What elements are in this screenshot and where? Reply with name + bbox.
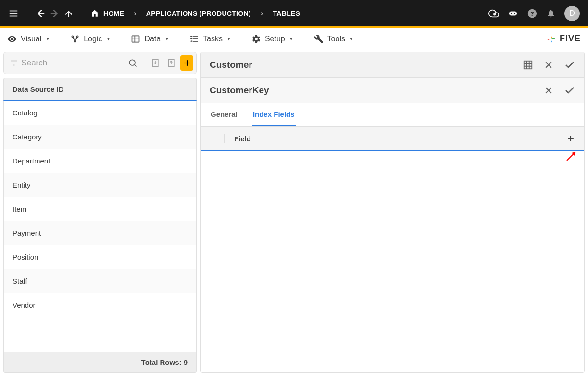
menu-tasks[interactable]: Tasks ▼ [189,34,231,44]
menu-logic[interactable]: Logic ▼ [70,34,111,44]
forward-icon [50,8,60,19]
close-icon[interactable] [544,60,553,70]
caret-down-icon: ▼ [45,36,50,41]
list-item[interactable]: Category [4,125,196,149]
list-item[interactable]: Catalog [4,101,196,125]
left-panel: Data Source ID CatalogCategoryDepartment… [3,50,197,373]
menu-tools[interactable]: Tools ▼ [314,34,354,44]
svg-marker-25 [547,39,551,40]
list-header[interactable]: Data Source ID [3,78,197,101]
close-icon[interactable] [544,86,553,95]
svg-line-46 [567,152,575,161]
list-body: CatalogCategoryDepartmentEntityItemPayme… [3,101,197,352]
menu-icon[interactable] [8,8,19,19]
field-table-header: Field [201,127,584,151]
search-icon[interactable] [126,55,139,71]
brand-text: FIVE [560,34,581,44]
search-input[interactable] [21,58,123,68]
chevron-right-icon: › [261,9,263,18]
breadcrumb-label: APPLICATIONS (PRODUCTION) [146,10,251,17]
menu-label: Data [144,35,161,43]
svg-marker-23 [551,38,555,39]
up-icon[interactable] [64,9,74,18]
add-button[interactable] [180,55,193,71]
upload-icon[interactable] [165,55,178,71]
menu-label: Tasks [203,35,223,43]
svg-text:?: ? [530,10,534,17]
breadcrumb-tables[interactable]: TABLES [273,10,300,17]
detail-tabs: General Index Fields [201,103,584,127]
list-item[interactable]: Department [4,149,196,173]
svg-point-14 [77,36,78,37]
chevron-right-icon: › [134,9,137,18]
check-icon[interactable] [564,85,575,96]
divider [224,134,225,143]
menu-visual[interactable]: Visual ▼ [7,34,50,44]
help-icon[interactable]: ? [527,8,538,19]
tab-general[interactable]: General [210,103,238,126]
breadcrumb-label: HOME [103,10,124,17]
detail-subtitle: CustomerKey [210,85,269,96]
svg-point-8 [511,13,512,14]
breadcrumb-label: TABLES [273,10,300,17]
menu-data[interactable]: Data ▼ [131,34,169,44]
bell-icon[interactable] [546,9,556,18]
svg-point-29 [129,60,135,65]
svg-line-30 [135,65,137,67]
svg-marker-24 [551,39,552,43]
avatar[interactable]: D [564,6,580,21]
svg-point-15 [75,40,76,42]
detail-subheader: CustomerKey [201,78,584,103]
list-item[interactable]: Position [4,245,196,269]
list-item[interactable]: Payment [4,221,196,245]
svg-point-6 [494,13,496,15]
list-footer: Total Rows: 9 [3,352,197,373]
field-column-label: Field [234,135,251,143]
top-navbar: HOME › APPLICATIONS (PRODUCTION) › TABLE… [0,0,588,26]
caret-down-icon: ▼ [164,36,169,41]
check-icon[interactable] [564,59,575,71]
svg-marker-22 [551,35,552,39]
tab-label: General [211,110,238,118]
caret-down-icon: ▼ [349,36,354,41]
main-area: Data Source ID CatalogCategoryDepartment… [0,50,588,376]
right-panel: Customer CustomerKey [200,52,585,373]
detail-title: Customer [210,60,252,70]
menu-label: Visual [21,35,41,43]
back-icon[interactable] [35,8,46,19]
list-footer-label: Total Rows: 9 [141,358,188,366]
menu-setup[interactable]: Setup ▼ [251,34,294,44]
caret-down-icon: ▼ [289,36,294,41]
caret-down-icon: ▼ [106,36,111,41]
brand-logo: FIVE [545,33,581,45]
chat-icon[interactable] [508,8,518,19]
menu-label: Setup [265,35,285,43]
svg-marker-47 [572,152,575,156]
grid-icon[interactable] [523,60,533,70]
svg-point-13 [72,36,74,37]
list-item[interactable]: Vendor [4,293,196,317]
breadcrumb-home[interactable]: HOME [90,9,124,18]
menubar: Visual ▼ Logic ▼ Data ▼ Tasks ▼ Setup ▼ … [0,28,588,50]
breadcrumb: HOME › APPLICATIONS (PRODUCTION) › TABLE… [90,9,300,18]
tab-label: Index Fields [253,110,295,118]
list-item[interactable]: Entity [4,173,196,197]
avatar-letter: D [569,9,575,18]
filter-icon[interactable] [10,55,18,71]
svg-rect-16 [132,36,139,42]
tab-index-fields[interactable]: Index Fields [252,103,296,126]
svg-point-9 [514,13,515,14]
list-item[interactable]: Item [4,197,196,221]
menu-label: Tools [327,35,345,43]
download-icon[interactable] [149,55,162,71]
detail-header: Customer [201,52,584,78]
list-item[interactable]: Staff [4,269,196,293]
add-field-button[interactable] [557,134,575,143]
list-header-label: Data Source ID [13,85,64,93]
svg-rect-35 [524,61,532,69]
field-table-body [201,151,584,372]
cloud-icon[interactable] [488,8,499,19]
breadcrumb-applications[interactable]: APPLICATIONS (PRODUCTION) [146,10,251,17]
search-row [3,52,197,74]
caret-down-icon: ▼ [226,36,231,41]
